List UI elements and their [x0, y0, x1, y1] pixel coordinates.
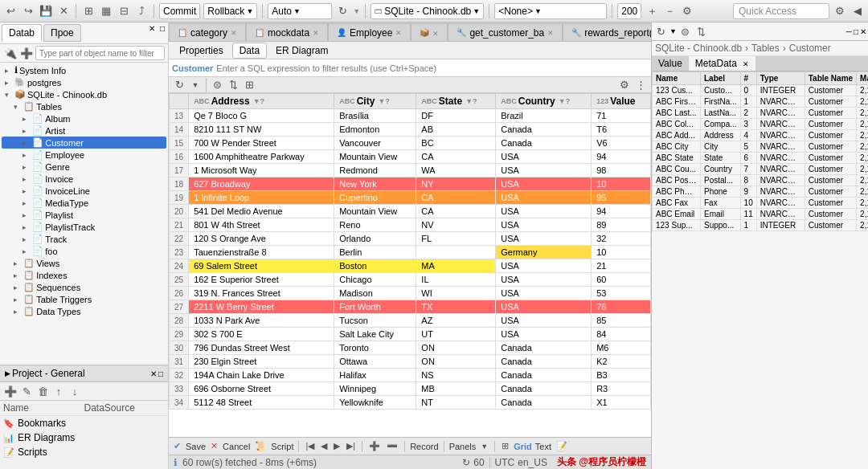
cell-country[interactable]: USA — [496, 300, 592, 314]
cell-address[interactable]: 627 Broadway — [189, 177, 334, 191]
cell-value[interactable]: 98 — [592, 164, 651, 177]
cell-value[interactable]: 85 — [592, 314, 651, 328]
cell-value[interactable]: 53 — [592, 287, 651, 300]
rp-max[interactable]: □ — [854, 27, 858, 36]
tree-item-views[interactable]: ▸📋Views — [2, 257, 166, 269]
cell-country[interactable]: Canada — [496, 369, 592, 382]
cell-value[interactable]: 32 — [592, 232, 651, 246]
cell-city[interactable]: Fort Worth — [334, 300, 416, 314]
cell-state[interactable]: NV — [416, 218, 496, 232]
col-state[interactable]: ABC State ▼? — [416, 94, 496, 109]
tab--sqlite---chino[interactable]: 📦✕ — [411, 23, 448, 41]
cell-address[interactable]: Qe 7 Bloco G — [189, 109, 334, 123]
text-label[interactable]: Text — [535, 442, 551, 451]
tab-close[interactable]: ✕ — [231, 29, 237, 37]
plus-icon[interactable]: ＋ — [645, 4, 659, 18]
table-icon[interactable]: ⊟ — [117, 4, 131, 18]
nav-first[interactable]: |◀ — [304, 440, 316, 452]
cell-state[interactable]: IL — [416, 273, 496, 287]
tree-item-invoice[interactable]: ▸📄Invoice — [2, 173, 166, 185]
cell-address[interactable]: 1 Infinite Loop — [189, 191, 334, 205]
cell-country[interactable]: USA — [496, 177, 592, 191]
cell-state[interactable]: ON — [416, 355, 496, 369]
rp-close[interactable]: ✕ — [860, 27, 866, 36]
gt-more[interactable]: ⋮ — [633, 78, 648, 92]
cell-country[interactable]: Canada — [496, 355, 592, 369]
col-city[interactable]: ABC City ▼? — [334, 94, 416, 109]
cell-city[interactable]: Salt Lake City — [334, 328, 416, 341]
gt-filter[interactable]: ⊜ — [210, 78, 224, 92]
rp-min[interactable]: ─ — [846, 27, 852, 36]
proj-edit-icon[interactable]: ✎ — [19, 384, 34, 398]
tree-item-data-types[interactable]: ▸📋Data Types — [2, 305, 166, 317]
cell-city[interactable]: Tucson — [334, 314, 416, 328]
tab-close[interactable]: ✕ — [547, 29, 554, 37]
config-icon[interactable]: ⚙ — [833, 4, 847, 18]
cell-city[interactable]: Mountain View — [334, 150, 416, 164]
tree-item-postgres[interactable]: ▸🐘postgres — [2, 76, 166, 88]
cell-state[interactable]: ON — [416, 341, 496, 355]
meta-col-max[interactable]: Max L — [857, 72, 868, 85]
cell-country[interactable]: Brazil — [496, 109, 592, 123]
cell-city[interactable]: Halifax — [334, 369, 416, 382]
cell-address[interactable]: 302 S 700 E — [189, 328, 334, 341]
none-dropdown[interactable]: <None> ▼ — [494, 3, 607, 19]
cell-address[interactable]: 700 W Pender Street — [189, 137, 334, 150]
add-row-icon[interactable]: ➕ — [367, 440, 382, 452]
save-icon-bt[interactable]: ✔ — [172, 440, 182, 452]
tree-item-playlisttrack[interactable]: ▸📄PlaylistTrack — [2, 221, 166, 233]
cell-state[interactable]: FL — [416, 232, 496, 246]
gt-refresh[interactable]: ↻ — [172, 78, 186, 92]
cell-address[interactable]: 541 Del Medio Avenue — [189, 205, 334, 218]
sub-tab-data[interactable]: Data — [232, 43, 267, 59]
col-value[interactable]: 123 Value — [592, 94, 651, 109]
cell-address[interactable]: 1600 Amphitheatre Parkway — [189, 150, 334, 164]
tab-mockdata[interactable]: 📋mockdata✕ — [246, 23, 328, 41]
sidebar-min[interactable]: □ — [158, 24, 166, 42]
undo-icon[interactable]: ↩ — [3, 4, 18, 18]
tree-item-mediatype[interactable]: ▸📄MediaType — [2, 197, 166, 209]
proj-add-icon[interactable]: ➕ — [3, 384, 18, 398]
cell-state[interactable]: MA — [416, 259, 496, 273]
cancel-label[interactable]: Cancel — [223, 442, 250, 451]
tab-rewards-report-[interactable]: 🔧rewards_report(✕ — [563, 23, 651, 41]
cell-address[interactable]: 230 Elgin Street — [189, 355, 334, 369]
col-country[interactable]: ABC Country ▼? — [496, 94, 592, 109]
cell-state[interactable]: AB — [416, 123, 496, 137]
db-dropdown[interactable]: 🗃 SQLite - Chinook.db ▼ — [371, 3, 484, 19]
cell-value[interactable]: 84 — [592, 328, 651, 341]
tab-category[interactable]: 📋category✕ — [169, 23, 246, 41]
cell-address[interactable]: 120 S Orange Ave — [189, 232, 334, 246]
cell-address[interactable]: 162 E Superior Street — [189, 273, 334, 287]
redo-icon[interactable]: ↪ — [21, 4, 35, 18]
commit-button[interactable]: Commit — [159, 3, 200, 19]
meta-col-table[interactable]: Table Name — [805, 72, 856, 85]
cell-city[interactable]: Yellowknife — [334, 396, 416, 410]
close-icon[interactable]: ✕ — [56, 4, 71, 18]
db-connect-icon[interactable]: 🔌 — [3, 46, 18, 60]
nav-next[interactable]: ▶ — [332, 440, 342, 452]
cell-state[interactable]: MB — [416, 382, 496, 396]
arrow-icon[interactable]: ◀ — [850, 4, 865, 18]
cell-address[interactable]: 5112 48 Street — [189, 396, 334, 410]
cell-state[interactable]: BC — [416, 137, 496, 150]
cell-address[interactable]: 194A Chain Lake Drive — [189, 369, 334, 382]
cell-value[interactable]: 10 — [592, 246, 651, 259]
del-row-icon[interactable]: ➖ — [385, 440, 399, 452]
cell-address[interactable]: 8210 111 ST NW — [189, 123, 334, 137]
gt-settings[interactable]: ⚙ — [617, 78, 632, 92]
cell-country[interactable]: USA — [496, 287, 592, 300]
cell-address[interactable]: 1 Microsoft Way — [189, 164, 334, 177]
cell-country[interactable]: USA — [496, 191, 592, 205]
cell-country[interactable]: Canada — [496, 382, 592, 396]
cell-country[interactable]: Canada — [496, 396, 592, 410]
cell-state[interactable]: TX — [416, 300, 496, 314]
rp-refresh[interactable]: ↻ — [653, 24, 668, 39]
meta-col-label[interactable]: Label — [701, 72, 741, 85]
tree-item-playlist[interactable]: ▸📄Playlist — [2, 209, 166, 221]
quick-access-input[interactable]: Quick Access — [733, 3, 829, 19]
save-icon[interactable]: 💾 — [39, 4, 53, 18]
cell-value[interactable]: 21 — [592, 259, 651, 273]
project-close[interactable]: ✕ — [150, 369, 157, 378]
project-item-scripts[interactable]: 📝Scripts — [0, 445, 168, 459]
